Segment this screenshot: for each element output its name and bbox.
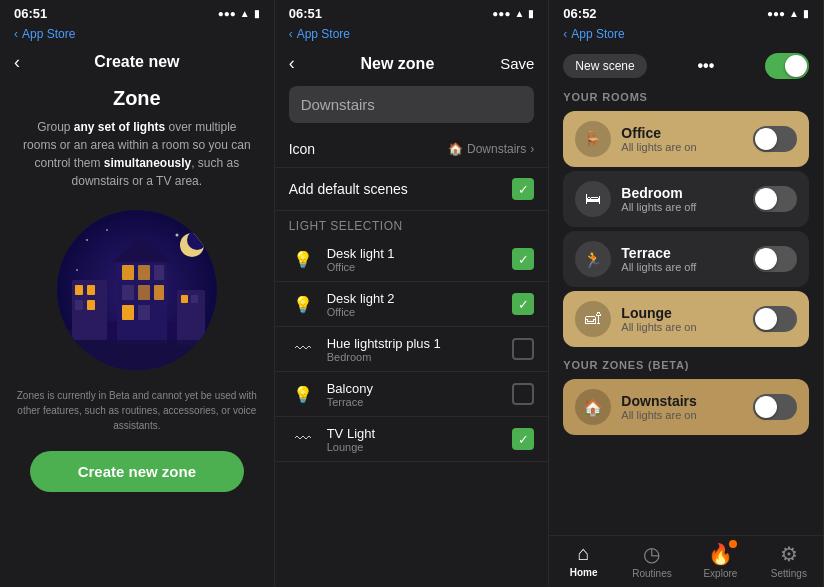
time-1: 06:51 <box>14 6 47 21</box>
svg-rect-17 <box>138 285 150 300</box>
office-info: Office All lights are on <box>621 125 743 153</box>
appstore-back-label-1: App Store <box>22 27 75 41</box>
routines-nav-icon: ◷ <box>643 542 660 566</box>
light-room-3: Terrace <box>327 396 503 408</box>
svg-rect-25 <box>181 295 188 303</box>
nav-explore[interactable]: 🔥 Explore <box>686 542 754 579</box>
nav-settings[interactable]: ⚙ Settings <box>755 542 823 579</box>
light-name-4: TV Light <box>327 426 503 441</box>
lounge-toggle[interactable] <box>753 306 797 332</box>
light-room-0: Office <box>327 261 503 273</box>
more-options-button[interactable]: ••• <box>697 57 714 75</box>
nav-home[interactable]: ⌂ Home <box>549 542 617 579</box>
room-card-lounge[interactable]: 🛋 Lounge All lights are on <box>563 291 809 347</box>
downstairs-status: All lights are on <box>621 409 743 421</box>
time-2: 06:51 <box>289 6 322 21</box>
svg-rect-11 <box>87 300 95 310</box>
house-icon: 🏠 <box>448 142 463 156</box>
icon-value-row: 🏠 Downstairs › <box>448 142 534 156</box>
wifi-icon-2: ▲ <box>514 8 524 19</box>
panel-home: 06:52 ●●● ▲ ▮ ‹ App Store New scene ••• … <box>549 0 824 587</box>
explore-nav-icon: 🔥 <box>708 542 733 566</box>
add-scenes-checkbox[interactable]: ✓ <box>512 178 534 200</box>
chevron-right-icon: › <box>530 142 534 156</box>
office-toggle[interactable] <box>753 126 797 152</box>
status-icons-1: ●●● ▲ ▮ <box>218 8 260 19</box>
home-nav-label: Home <box>570 567 598 578</box>
lounge-icon: 🛋 <box>575 301 611 337</box>
light-icon-3: 💡 <box>289 380 317 408</box>
zone-card-downstairs[interactable]: 🏠 Downstairs All lights are on <box>563 379 809 435</box>
beta-notice-text: Zones is currently in Beta and cannot ye… <box>17 390 257 431</box>
light-checkbox-0[interactable]: ✓ <box>512 248 534 270</box>
panel-create-new: 06:51 ●●● ▲ ▮ ‹ App Store ‹ Create new Z… <box>0 0 275 587</box>
light-icon-0: 💡 <box>289 245 317 273</box>
light-item-0[interactable]: 💡 Desk light 1 Office ✓ <box>275 237 549 282</box>
svg-rect-27 <box>57 340 217 370</box>
zone-name-input[interactable] <box>289 86 535 123</box>
main-toggle[interactable] <box>765 53 809 79</box>
light-selection-label: Light selection <box>275 211 549 237</box>
appstore-back-1[interactable]: ‹ App Store <box>0 25 274 45</box>
back-arrow-icon-1[interactable]: ‹ <box>14 52 20 73</box>
room-card-office[interactable]: 🪑 Office All lights are on <box>563 111 809 167</box>
terrace-toggle[interactable] <box>753 246 797 272</box>
panel1-title: Create new <box>94 53 179 71</box>
save-button[interactable]: Save <box>500 55 534 72</box>
office-status: All lights are on <box>621 141 743 153</box>
room-card-bedroom[interactable]: 🛏 Bedroom All lights are off <box>563 171 809 227</box>
light-icon-1: 💡 <box>289 290 317 318</box>
rooms-section-label: YOUR ROOMS <box>549 83 823 107</box>
svg-point-3 <box>175 234 178 237</box>
light-info-2: Hue lightstrip plus 1 Bedroom <box>327 336 503 363</box>
back-arrow-icon-2[interactable]: ‹ <box>289 53 295 74</box>
icon-value: Downstairs <box>467 142 526 156</box>
panel2-header: ‹ New zone Save <box>275 45 549 78</box>
appstore-back-2[interactable]: ‹ App Store <box>275 25 549 45</box>
terrace-status: All lights are off <box>621 261 743 273</box>
icon-label: Icon <box>289 141 315 157</box>
bedroom-icon: 🛏 <box>575 181 611 217</box>
light-name-2: Hue lightstrip plus 1 <box>327 336 503 351</box>
add-scenes-row[interactable]: Add default scenes ✓ <box>275 168 549 211</box>
light-checkbox-4[interactable]: ✓ <box>512 428 534 450</box>
terrace-info: Terrace All lights are off <box>621 245 743 273</box>
svg-rect-14 <box>138 265 150 280</box>
light-icon-2: 〰 <box>289 335 317 363</box>
svg-rect-20 <box>138 305 150 320</box>
svg-rect-8 <box>75 285 83 295</box>
light-checkbox-3[interactable] <box>512 383 534 405</box>
light-checkbox-2[interactable] <box>512 338 534 360</box>
light-item-3[interactable]: 💡 Balcony Terrace <box>275 372 549 417</box>
svg-rect-9 <box>87 285 95 295</box>
create-zone-button[interactable]: Create new zone <box>30 451 244 492</box>
light-item-4[interactable]: 〰 TV Light Lounge ✓ <box>275 417 549 462</box>
nav-routines[interactable]: ◷ Routines <box>618 542 686 579</box>
icon-row[interactable]: Icon 🏠 Downstairs › <box>275 131 549 168</box>
light-item-2[interactable]: 〰 Hue lightstrip plus 1 Bedroom <box>275 327 549 372</box>
room-card-terrace[interactable]: 🏃 Terrace All lights are off <box>563 231 809 287</box>
house-illustration <box>57 210 217 370</box>
time-3: 06:52 <box>563 6 596 21</box>
light-room-4: Lounge <box>327 441 503 453</box>
bedroom-toggle[interactable] <box>753 186 797 212</box>
new-scene-button[interactable]: New scene <box>563 54 646 78</box>
signal-icon-2: ●●● <box>492 8 510 19</box>
appstore-back-3[interactable]: ‹ App Store <box>549 25 823 45</box>
bottom-nav: ⌂ Home ◷ Routines 🔥 Explore ⚙ Settings <box>549 535 823 587</box>
back-chevron-icon: ‹ <box>14 27 18 41</box>
light-checkbox-1[interactable]: ✓ <box>512 293 534 315</box>
light-item-1[interactable]: 💡 Desk light 2 Office ✓ <box>275 282 549 327</box>
zone-intro: Zone Group any set of lights over multip… <box>0 75 274 202</box>
status-bar-1: 06:51 ●●● ▲ ▮ <box>0 0 274 25</box>
light-name-1: Desk light 2 <box>327 291 503 306</box>
back-chevron-icon-3: ‹ <box>563 27 567 41</box>
panel1-header: ‹ Create new <box>0 45 274 75</box>
explore-nav-label: Explore <box>703 568 737 579</box>
downstairs-toggle[interactable] <box>753 394 797 420</box>
zone-description: Group any set of lights over multiple ro… <box>20 118 254 190</box>
appstore-back-label-2: App Store <box>297 27 350 41</box>
panel3-header: New scene ••• <box>549 45 823 83</box>
light-info-1: Desk light 2 Office <box>327 291 503 318</box>
lounge-name: Lounge <box>621 305 743 321</box>
